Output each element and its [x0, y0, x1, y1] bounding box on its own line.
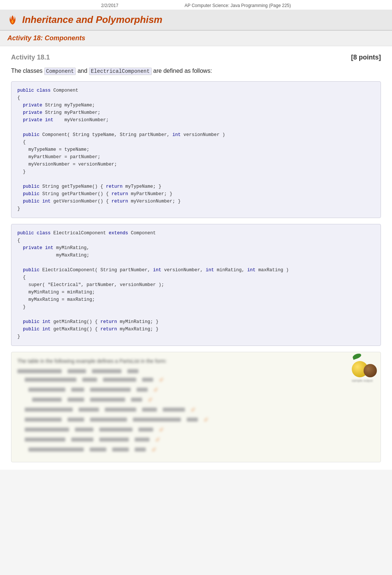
blurred-row-7: ✓	[17, 436, 303, 443]
class2-inline: ElectricalComponent	[89, 68, 152, 75]
code-block-electrical: public class ElectricalComponent extends…	[11, 224, 381, 346]
fruit-label: sample output	[352, 379, 377, 382]
desc-middle: and	[76, 68, 89, 74]
header-title: AP Computer Science: Java Programming (P…	[185, 3, 291, 8]
fruit-decoration: sample output	[352, 354, 377, 382]
leaf-icon	[352, 353, 362, 360]
content-area: Activity 18.1 [8 points] The classes Com…	[0, 46, 392, 470]
blurred-row-1: ✓	[17, 376, 303, 383]
code-block-component: public class Component { private String …	[11, 81, 381, 218]
blurred-row-6: ✓	[17, 426, 303, 433]
title-bar: Inheritance and Polymorphism	[0, 10, 392, 31]
class1-inline: Component	[44, 68, 76, 75]
activity-label: Activity 18.1	[11, 54, 50, 61]
desc-end: are defined as follows:	[152, 68, 212, 74]
blurred-row-5: ✓	[17, 416, 303, 423]
blurred-row-2: ✓	[17, 386, 303, 393]
description: The classes Component and ElectricalComp…	[11, 67, 381, 75]
blurred-row-8: ✓	[17, 446, 303, 453]
desc-start: The classes	[11, 68, 44, 74]
blurred-row-4: ✓	[17, 406, 303, 413]
blurred-table: ✓ ✓ ✓ ✓	[17, 369, 303, 453]
points-label: [8 points]	[351, 54, 381, 61]
blurred-header-row	[17, 369, 303, 373]
blurred-title: The table in the following example defin…	[17, 358, 375, 364]
activity-18-1-header: Activity 18.1 [8 points]	[11, 54, 381, 61]
page-header: 2/2/2017 AP Computer Science: Java Progr…	[0, 0, 392, 10]
activity-section-title: Activity 18: Components	[7, 34, 85, 42]
header-date: 2/2/2017	[101, 3, 118, 8]
main-title: Inheritance and Polymorphism	[22, 14, 162, 25]
blurred-section: The table in the following example defin…	[11, 352, 381, 462]
brown-fruit-icon	[364, 364, 377, 377]
flame-icon	[7, 15, 18, 25]
blurred-row-3: ✓	[17, 396, 303, 403]
activity-bar: Activity 18: Components	[0, 31, 392, 46]
